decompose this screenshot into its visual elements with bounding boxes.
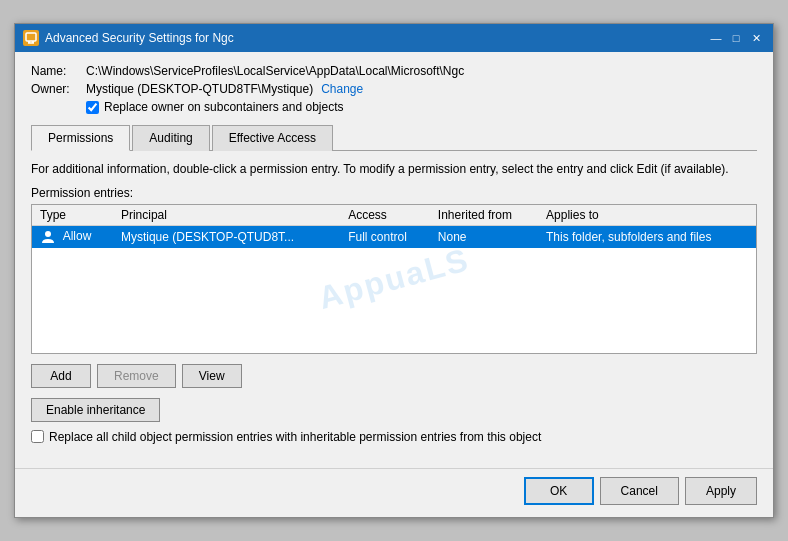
title-controls: ― □ ✕ — [707, 29, 765, 47]
permission-table-container: Type Principal Access Inherited from App… — [31, 204, 757, 354]
cell-principal: Mystique (DESKTOP-QTUD8T... — [113, 225, 340, 248]
cancel-button[interactable]: Cancel — [600, 477, 679, 505]
cell-access: Full control — [340, 225, 430, 248]
description-text: For additional information, double-click… — [31, 161, 757, 178]
dialog-content: Name: C:\Windows\ServiceProfiles\LocalSe… — [15, 52, 773, 468]
replace-child-label: Replace all child object permission entr… — [49, 430, 541, 444]
ok-button[interactable]: OK — [524, 477, 594, 505]
cell-type: Allow — [32, 225, 113, 248]
owner-label: Owner: — [31, 82, 86, 96]
change-owner-link[interactable]: Change — [321, 82, 363, 96]
permission-table-wrapper[interactable]: Type Principal Access Inherited from App… — [31, 204, 757, 354]
replace-owner-checkbox[interactable] — [86, 101, 99, 114]
add-button[interactable]: Add — [31, 364, 91, 388]
tab-effective-access[interactable]: Effective Access — [212, 125, 333, 151]
enable-inheritance-button[interactable]: Enable inheritance — [31, 398, 160, 422]
name-label: Name: — [31, 64, 86, 78]
remove-button[interactable]: Remove — [97, 364, 176, 388]
user-icon — [40, 229, 56, 245]
name-value: C:\Windows\ServiceProfiles\LocalService\… — [86, 64, 464, 78]
maximize-button[interactable]: □ — [727, 29, 745, 47]
apply-button[interactable]: Apply — [685, 477, 757, 505]
table-row[interactable]: Allow Mystique (DESKTOP-QTUD8T... Full c… — [32, 225, 756, 248]
replace-owner-label: Replace owner on subcontainers and objec… — [104, 100, 343, 114]
title-bar: Advanced Security Settings for Ngc ― □ ✕ — [15, 24, 773, 52]
close-button[interactable]: ✕ — [747, 29, 765, 47]
window-title: Advanced Security Settings for Ngc — [45, 31, 707, 45]
tab-bar: Permissions Auditing Effective Access — [31, 124, 757, 151]
action-buttons: Add Remove View — [31, 364, 757, 388]
replace-child-row: Replace all child object permission entr… — [31, 430, 757, 444]
col-type: Type — [32, 205, 113, 226]
dialog-buttons: OK Cancel Apply — [15, 468, 773, 517]
view-button[interactable]: View — [182, 364, 242, 388]
replace-child-checkbox[interactable] — [31, 430, 44, 443]
owner-value: Mystique (DESKTOP-QTUD8TF\Mystique) — [86, 82, 313, 96]
cell-applies: This folder, subfolders and files — [538, 225, 756, 248]
col-applies: Applies to — [538, 205, 756, 226]
minimize-button[interactable]: ― — [707, 29, 725, 47]
owner-row: Owner: Mystique (DESKTOP-QTUD8TF\Mystiqu… — [31, 82, 757, 96]
main-window: Advanced Security Settings for Ngc ― □ ✕… — [14, 23, 774, 518]
cell-inherited: None — [430, 225, 538, 248]
entries-label: Permission entries: — [31, 186, 757, 200]
tab-auditing[interactable]: Auditing — [132, 125, 209, 151]
col-principal: Principal — [113, 205, 340, 226]
permission-table: Type Principal Access Inherited from App… — [32, 205, 756, 248]
col-access: Access — [340, 205, 430, 226]
svg-rect-0 — [26, 33, 36, 41]
window-icon — [23, 30, 39, 46]
col-inherited: Inherited from — [430, 205, 538, 226]
tab-permissions[interactable]: Permissions — [31, 125, 130, 151]
replace-owner-row: Replace owner on subcontainers and objec… — [86, 100, 757, 114]
name-row: Name: C:\Windows\ServiceProfiles\LocalSe… — [31, 64, 757, 78]
svg-point-1 — [45, 231, 51, 237]
